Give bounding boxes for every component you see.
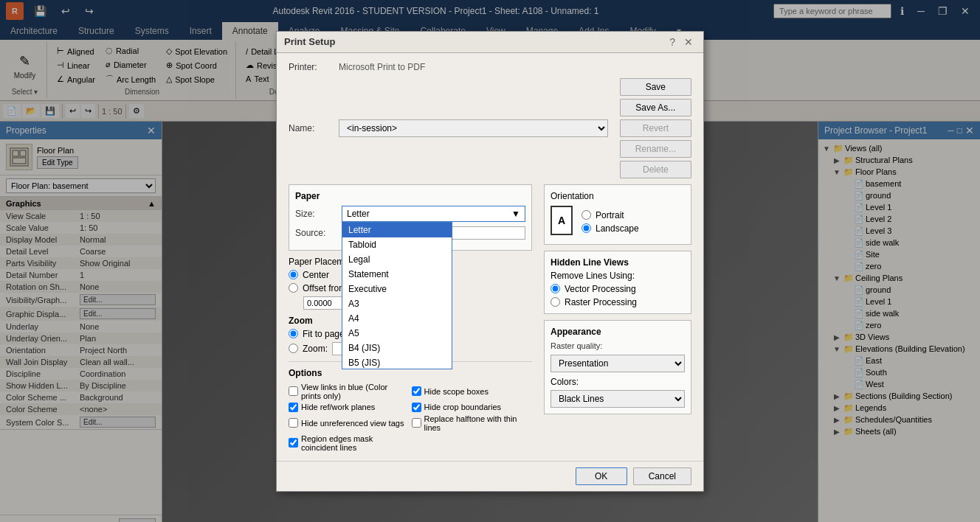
options-title: Options — [289, 368, 532, 378]
opt-hide-unreferenced[interactable]: Hide unreferenced view tags — [289, 414, 410, 432]
size-a4[interactable]: A4 — [342, 311, 452, 326]
fit-page-label: Fit to page — [303, 329, 345, 339]
size-dropdown-wrapper: Letter ▼ Letter Tabloid Legal Statement … — [342, 206, 525, 222]
portrait-icon: A — [551, 206, 573, 235]
remove-lines-label: Remove Lines Using: — [551, 271, 685, 281]
dialog-controls: ? ✕ — [666, 36, 696, 48]
portrait-label: Portrait — [596, 210, 624, 220]
raster-option[interactable]: Raster Processing — [551, 297, 685, 307]
opt-view-links[interactable]: View links in blue (Color prints only) — [289, 383, 410, 400]
size-row: Size: Letter ▼ Letter Tabloid Legal — [295, 206, 525, 222]
opt-hide-scope-label: Hide scope boxes — [424, 387, 489, 396]
dialog-action-btns: Save Save As... Revert Rename... Delete — [620, 78, 691, 178]
revert-btn[interactable]: Revert — [620, 119, 691, 137]
vector-option[interactable]: Vector Processing — [551, 284, 685, 294]
raster-quality-label: Raster quality: — [551, 341, 602, 350]
dialog-footer: OK Cancel — [277, 461, 703, 491]
save-btn[interactable]: Save — [620, 78, 691, 96]
landscape-label: Landscape — [596, 223, 639, 234]
name-label: Name: — [289, 123, 333, 133]
size-selected: Letter — [347, 209, 370, 219]
hidden-line-section: Hidden Line Views Remove Lines Using: Ve… — [544, 251, 691, 314]
options-grid: View links in blue (Color prints only) H… — [289, 383, 532, 452]
raster-quality-select[interactable]: Presentation — [551, 355, 685, 372]
dialog-title: Print Setup — [284, 36, 335, 47]
size-executive[interactable]: Executive — [342, 282, 452, 296]
vector-label: Vector Processing — [565, 284, 636, 294]
opt-hide-ref-label: Hide ref/work planes — [301, 403, 375, 411]
opt-region-label: Region edges mask coincident lines — [301, 434, 410, 452]
center-label: Center — [303, 270, 329, 280]
opt-replace-halftone-label: Replace halftone with thin lines — [424, 414, 533, 432]
name-row: Name: <in-session> Save Save As... Rever… — [289, 78, 691, 178]
paper-title: Paper — [295, 191, 525, 201]
size-dropdown-list: Letter Tabloid Legal Statement Executive… — [342, 222, 452, 369]
orient-title: Orientation — [551, 191, 685, 201]
printer-dropdown[interactable]: <in-session> — [339, 119, 608, 137]
portrait-a: A — [558, 215, 565, 226]
portrait-option[interactable]: Portrait — [582, 210, 639, 220]
dialog-right-col: Orientation A Portrait — [544, 184, 691, 452]
raster-label: Raster Processing — [565, 297, 637, 307]
hidden-line-options: Vector Processing Raster Processing — [551, 284, 685, 307]
opt-hide-ref[interactable]: Hide ref/work planes — [289, 403, 410, 412]
dialog-left-col: Paper Size: Letter ▼ Letter Tabloid — [289, 184, 532, 452]
size-b4[interactable]: B4 (JIS) — [342, 341, 452, 355]
orient-options: A Portrait Landscape — [551, 206, 685, 238]
size-dropdown-arrow: ▼ — [511, 209, 520, 219]
size-a5[interactable]: A5 — [342, 326, 452, 341]
dialog-body: Printer: Microsoft Print to PDF Name: <i… — [277, 53, 703, 461]
delete-btn[interactable]: Delete — [620, 161, 691, 178]
hidden-line-title: Hidden Line Views — [551, 257, 685, 268]
dialog-close-btn[interactable]: ✕ — [681, 36, 696, 48]
options-section: Options View links in blue (Color prints… — [289, 361, 532, 452]
size-dropdown-btn[interactable]: Letter ▼ — [342, 206, 525, 222]
appearance-section: Appearance Raster quality: Presentation … — [544, 320, 691, 414]
appearance-title: Appearance — [551, 327, 685, 337]
printer-row: Printer: Microsoft Print to PDF — [289, 62, 691, 72]
opt-replace-halftone[interactable]: Replace halftone with thin lines — [412, 414, 533, 432]
landscape-option[interactable]: Landscape — [582, 223, 639, 234]
opt-region-edges[interactable]: Region edges mask coincident lines — [289, 434, 410, 452]
dialog-two-col: Paper Size: Letter ▼ Letter Tabloid — [289, 184, 691, 452]
colors-select[interactable]: Black Lines — [551, 390, 685, 408]
opt-hide-crop[interactable]: Hide crop boundaries — [412, 403, 533, 412]
orient-radio-group: Portrait Landscape — [582, 210, 639, 234]
size-legal[interactable]: Legal — [342, 252, 452, 267]
cancel-btn[interactable]: Cancel — [633, 467, 691, 485]
zoom-label-text: Zoom: — [303, 344, 328, 354]
size-letter[interactable]: Letter — [342, 223, 452, 237]
raster-quality-row: Raster quality: — [551, 341, 685, 350]
size-statement[interactable]: Statement — [342, 267, 452, 282]
save-as-btn[interactable]: Save As... — [620, 99, 691, 116]
dialog-titlebar: Print Setup ? ✕ — [277, 32, 703, 53]
paper-section: Paper Size: Letter ▼ Letter Tabloid — [289, 184, 532, 251]
rename-btn[interactable]: Rename... — [620, 140, 691, 158]
printer-label: Printer: — [289, 62, 333, 72]
colors-label: Colors: — [551, 377, 685, 387]
opt-hide-scope[interactable]: Hide scope boxes — [412, 383, 533, 400]
portrait-preview: A — [551, 206, 573, 238]
modal-overlay: Print Setup ? ✕ Printer: Microsoft Print… — [0, 0, 980, 522]
printer-name-value: Microsoft Print to PDF — [339, 62, 691, 72]
size-tabloid[interactable]: Tabloid — [342, 237, 452, 252]
size-label: Size: — [295, 209, 336, 219]
orientation-section: Orientation A Portrait — [544, 184, 691, 245]
opt-hide-unreferenced-label: Hide unreferenced view tags — [301, 419, 404, 428]
opt-hide-crop-label: Hide crop boundaries — [424, 403, 502, 411]
ok-btn[interactable]: OK — [576, 467, 627, 485]
size-a3[interactable]: A3 — [342, 296, 452, 311]
source-label: Source: — [295, 228, 336, 238]
opt-view-links-label: View links in blue (Color prints only) — [301, 383, 410, 400]
size-b5[interactable]: B5 (JIS) — [342, 355, 452, 369]
print-setup-dialog: Print Setup ? ✕ Printer: Microsoft Print… — [276, 31, 704, 492]
dialog-help-btn[interactable]: ? — [666, 36, 678, 48]
